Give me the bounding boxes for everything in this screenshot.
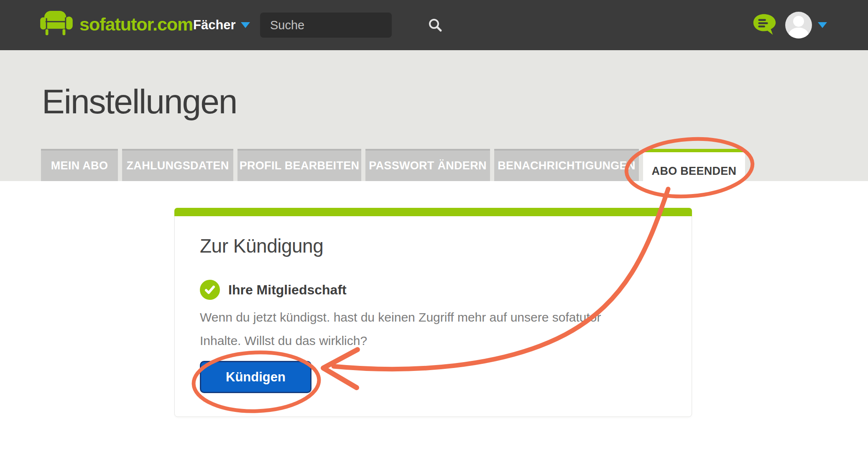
panel-text: Wenn du jetzt kündigst. hast du keinen Z…: [200, 306, 666, 353]
card-body: Zur Kündigung Ihre Mitgliedschaft Wenn d…: [175, 216, 692, 393]
panel-text-line1: Wenn du jetzt kündigst. hast du keinen Z…: [200, 306, 666, 329]
card-accent-bar: [174, 208, 692, 216]
topbar: sofatutor.com Fächer: [0, 0, 868, 50]
topbar-right: [752, 0, 827, 50]
chevron-down-icon: [241, 22, 250, 28]
messages-button[interactable]: [752, 12, 778, 38]
panel-title: Zur Kündigung: [200, 235, 666, 257]
cancellation-card: Zur Kündigung Ihre Mitgliedschaft Wenn d…: [174, 208, 692, 417]
content: Zur Kündigung Ihre Mitgliedschaft Wenn d…: [0, 181, 868, 460]
logo[interactable]: sofatutor.com: [40, 11, 193, 38]
couch-icon: [40, 11, 73, 38]
search-button[interactable]: [428, 18, 449, 33]
membership-heading: Ihre Mitgliedschaft: [228, 282, 347, 298]
membership-row: Ihre Mitgliedschaft: [200, 280, 666, 300]
avatar-head: [793, 16, 804, 27]
page-title: Einstellungen: [42, 82, 237, 121]
subjects-label: Fächer: [193, 18, 236, 33]
page-header: Einstellungen MEIN ABO ZAHLUNGSDATEN PRO…: [0, 50, 868, 181]
cancel-subscription-button[interactable]: Kündigen: [200, 361, 311, 393]
subjects-menu[interactable]: Fächer: [193, 0, 250, 50]
search-input[interactable]: [260, 18, 428, 32]
tab-zahlungsdaten[interactable]: ZAHLUNGSDATEN: [122, 149, 233, 181]
search-icon: [428, 18, 443, 33]
page: { "topbar": { "logo_text": "sofatutor.co…: [0, 0, 868, 460]
tab-benachrichtigungen[interactable]: BENACHRICHTIGUNGEN: [494, 149, 639, 181]
search-box: [260, 13, 392, 38]
logo-text: sofatutor.com: [79, 14, 193, 35]
panel-text-line2: Inhalte. Willst du das wirklich?: [200, 329, 666, 353]
avatar-body: [789, 28, 809, 38]
tab-passwort-aendern[interactable]: PASSWORT ÄNDERN: [365, 149, 490, 181]
chat-bubble-icon: [752, 12, 778, 38]
account-chevron-down-icon[interactable]: [818, 22, 827, 28]
tab-mein-abo[interactable]: MEIN ABO: [41, 149, 118, 181]
avatar[interactable]: [785, 12, 812, 38]
tab-profil-bearbeiten[interactable]: PROFIL BEARBEITEN: [237, 149, 361, 181]
check-icon: [200, 280, 220, 300]
